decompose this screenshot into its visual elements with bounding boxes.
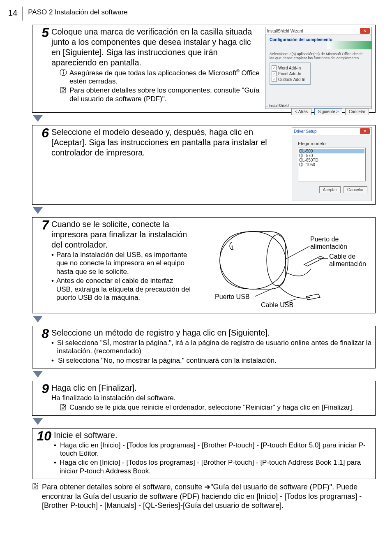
down-arrow-icon xyxy=(32,417,376,426)
warning-text: Asegúrese de que todas las aplicaciones … xyxy=(69,69,260,85)
step-number: 8 xyxy=(32,326,50,368)
svg-marker-14 xyxy=(33,371,43,378)
list-item[interactable]: QL-1050 xyxy=(299,162,364,167)
checkbox-icon: ✓ xyxy=(272,65,277,70)
svg-marker-13 xyxy=(33,316,43,322)
step-10-bullet-1: Haga clic en [Inicio] - [Todos los progr… xyxy=(60,441,372,458)
step-number: 5 xyxy=(32,25,50,112)
note-text: Para obtener detalles sobre los componen… xyxy=(69,86,261,103)
step-number: 9 xyxy=(32,381,50,415)
down-arrow-icon xyxy=(32,315,376,323)
note-icon xyxy=(60,86,67,103)
svg-point-7 xyxy=(267,235,288,286)
svg-line-9 xyxy=(286,246,309,259)
down-arrow-icon xyxy=(32,206,376,215)
screenshot-driver-setup: Driver Setup ✕ Elegir modelo: QL-500 QL-… xyxy=(292,127,372,201)
svg-text:1: 1 xyxy=(231,244,234,251)
step-7-bullet-2: Antes de conectar el cable de interfaz U… xyxy=(56,277,191,302)
step-number: 6 xyxy=(32,125,50,204)
step-6: 6 Seleccione el modelo deseado y, despué… xyxy=(32,125,376,205)
label-power-port: Puerto de alimentación xyxy=(310,236,351,250)
label-power-cable: Cable de alimentación xyxy=(329,253,366,268)
step-9: 9 Haga clic en [Finalizar]. Ha finalizad… xyxy=(32,381,376,415)
step-6-text: Seleccione el modelo deseado y, después,… xyxy=(51,127,288,158)
step-9-note: Cuando se le pida que reinicie el ordena… xyxy=(60,403,372,412)
step-5-note: Para obtener detalles sobre los componen… xyxy=(60,86,261,103)
svg-marker-16 xyxy=(33,418,43,425)
list-item[interactable]: QL-500 xyxy=(299,149,364,153)
model-listbox[interactable]: QL-500 QL-570 QL-650TD QL-1050 xyxy=(298,148,366,181)
checkbox-icon: ✓ xyxy=(272,71,277,76)
label-usb-port: Puerto USB xyxy=(215,293,249,301)
step-number: 10 xyxy=(32,429,52,479)
down-arrow-icon xyxy=(32,370,376,378)
step-5: 5 Coloque una marca de verificación en l… xyxy=(32,25,376,113)
step-7-text: Cuando se le solicite, conecte la impres… xyxy=(51,219,191,250)
header-divider xyxy=(22,7,23,21)
step-8-bullet-1: Si selecciona "SÍ, mostrar la página.", … xyxy=(57,339,372,356)
close-icon[interactable]: ✕ xyxy=(360,128,370,134)
cancel-button[interactable]: Cancelar xyxy=(345,108,369,115)
svg-marker-4 xyxy=(33,115,43,122)
step-9-text: Haga clic en [Finalizar]. xyxy=(51,383,372,393)
step-7: 7 Cuando se le solicite, conecte la impr… xyxy=(32,217,376,313)
page: 14 PASO 2 Instalación del software 5 Col… xyxy=(0,0,392,523)
checkbox-word[interactable]: ✓Word Add-In xyxy=(272,65,309,70)
svg-point-1 xyxy=(63,70,64,71)
step-8-bullet-2: Si selecciona "No, no mostrar la página.… xyxy=(58,357,277,365)
svg-line-11 xyxy=(255,288,273,297)
svg-point-6 xyxy=(220,232,286,289)
model-label: Elegir modelo: xyxy=(298,141,366,146)
step-7-bullet-1: Para la instalación del USB, es importan… xyxy=(56,251,191,276)
cancel-button[interactable]: Cancelar xyxy=(344,186,367,193)
step-5-text: Coloque una marca de verificación en la … xyxy=(51,27,261,68)
page-header: 14 PASO 2 Instalación del software xyxy=(8,8,376,21)
checkbox-outlook[interactable]: ✓Outlook Add-In xyxy=(272,77,309,82)
dialog-desc: Seleccione la(s) aplicación(es) de Micro… xyxy=(270,52,367,60)
dialog-title: Driver Setup xyxy=(294,129,317,134)
note-text: Cuando se le pida que reinicie el ordena… xyxy=(69,403,372,412)
svg-rect-2 xyxy=(63,72,64,74)
step-number: 7 xyxy=(32,218,50,313)
note-icon xyxy=(32,482,39,510)
back-button[interactable]: < Atrás xyxy=(291,108,311,115)
step-10: 10 Inicie el software. •Haga clic en [In… xyxy=(32,428,376,480)
group-label: InstallShield xyxy=(268,104,290,108)
step-5-warning: Asegúrese de que todas las aplicaciones … xyxy=(60,69,261,86)
note-icon xyxy=(60,403,67,412)
page-number: 14 xyxy=(8,8,17,18)
step-10-bullet-2: Haga clic en [Inicio] - [Todos los progr… xyxy=(60,459,372,475)
list-item[interactable]: QL-570 xyxy=(299,153,364,158)
screenshot-installshield: InstallShield Wizard ✕ Configuración del… xyxy=(265,27,372,109)
ok-button[interactable]: Aceptar xyxy=(319,186,341,193)
dialog-title: InstallShield Wizard xyxy=(267,29,303,33)
warning-icon xyxy=(60,69,67,86)
step-10-text: Inicie el software. xyxy=(54,430,372,440)
step-8: 8 Seleccione un método de registro y hag… xyxy=(32,326,376,368)
checkbox-icon: ✓ xyxy=(272,77,277,82)
label-usb-cable: Cable USB xyxy=(261,301,293,309)
footer-text: Para obtener detalles sobre el software,… xyxy=(42,482,376,510)
next-button[interactable]: Siguiente > xyxy=(314,108,342,115)
list-item[interactable]: QL-650TD xyxy=(299,158,364,162)
checkbox-excel[interactable]: ✓Excel Add-In xyxy=(272,71,309,76)
header-title: PASO 2 Instalación del software xyxy=(28,8,128,16)
close-icon[interactable]: ✕ xyxy=(360,28,370,34)
printer-illustration: 1 xyxy=(195,219,351,310)
footer-note: Para obtener detalles sobre el software,… xyxy=(32,482,376,510)
step-9-sub: Ha finalizado la instalación del softwar… xyxy=(51,394,372,402)
step-8-text: Seleccione un método de registro y haga … xyxy=(51,328,372,338)
svg-marker-5 xyxy=(33,207,43,214)
